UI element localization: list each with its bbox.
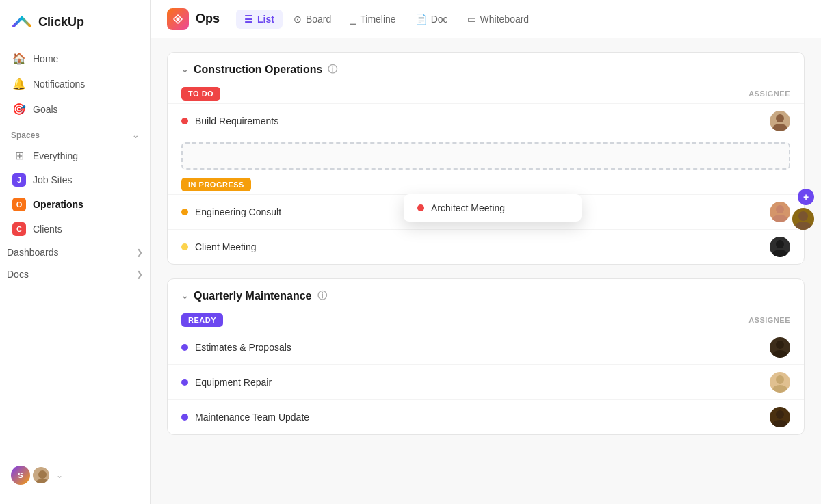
svg-point-12	[772, 385, 787, 393]
status-badge-in-progress: IN PROGRESS	[181, 178, 251, 191]
task-left-engineering-consult: Engineering Consult	[181, 207, 281, 217]
assignee-col-client-meeting	[770, 237, 790, 257]
task-name-client-meeting: Client Meeting	[195, 241, 257, 252]
task-left-build-requirements: Build Requirements	[181, 116, 278, 127]
sidebar-item-clients-label: Clients	[33, 224, 62, 235]
sidebar-item-goals[interactable]: 🎯 Goals	[5, 97, 144, 121]
spaces-chevron-icon[interactable]: ⌄	[132, 131, 139, 140]
topbar: Ops ☰ List ⊙ Board ⎯ Timeline 📄 Doc ▭ Wh…	[151, 0, 821, 38]
floating-avatar	[792, 208, 814, 230]
sidebar-item-notifications-label: Notifications	[33, 79, 85, 90]
task-left-client-meeting: Client Meeting	[181, 241, 257, 252]
svg-point-14	[772, 420, 787, 427]
task-name-equipment-repair: Equipment Repair	[195, 377, 272, 388]
drag-placeholder	[181, 142, 790, 170]
task-row-estimates-proposals[interactable]: Estimates & Proposals	[168, 330, 804, 364]
tab-whiteboard-label: Whiteboard	[480, 14, 530, 25]
task-left-estimates-proposals: Estimates & Proposals	[181, 342, 291, 353]
timeline-tab-icon: ⎯	[350, 14, 356, 25]
assignee-col-equipment-repair	[770, 372, 790, 393]
dashboards-label: Dashboards	[7, 247, 59, 258]
tab-timeline-label: Timeline	[360, 14, 395, 25]
group-header-quarterly-maintenance: ⌄ Quarterly Maintenance ⓘ	[168, 279, 804, 309]
content-area: ⌄ Construction Operations ⓘ TO DO ASSIGN…	[151, 38, 821, 504]
group-info-icon: ⓘ	[328, 64, 337, 76]
goals-icon: 🎯	[12, 103, 26, 116]
operations-badge: O	[12, 198, 26, 211]
board-tab-icon: ⊙	[294, 14, 302, 25]
svg-point-5	[776, 205, 784, 213]
sidebar-item-goals-label: Goals	[33, 104, 58, 115]
home-icon: 🏠	[12, 52, 26, 65]
status-badge-todo: TO DO	[181, 87, 220, 101]
task-dot-build-requirements	[181, 118, 188, 124]
svg-point-15	[798, 211, 808, 221]
assignee-col-header-ready: ASSIGNEE	[748, 316, 790, 324]
assignee-avatar-equipment-repair	[770, 372, 790, 393]
user-avatar-s: S	[11, 466, 30, 485]
floating-task-name: Architect Meeting	[431, 202, 505, 213]
floating-drag-item: Architect Meeting	[404, 194, 582, 222]
tab-doc-label: Doc	[431, 14, 448, 25]
sidebar-footer: S ⌄	[0, 457, 150, 493]
group-chevron-icon[interactable]: ⌄	[181, 65, 188, 75]
assignee-avatar-engineering-consult	[770, 202, 790, 222]
app-name: ClickUp	[38, 15, 84, 29]
tab-list[interactable]: ☰ List	[236, 10, 283, 29]
spaces-nav: ⊞ Everything J Job Sites O Operations C …	[0, 144, 150, 242]
user-menu-chevron-icon[interactable]: ⌄	[56, 470, 63, 480]
task-dot-client-meeting	[181, 243, 188, 250]
tab-whiteboard[interactable]: ▭ Whiteboard	[459, 10, 538, 29]
svg-point-11	[776, 375, 784, 384]
tab-board[interactable]: ⊙ Board	[285, 10, 339, 29]
tab-timeline[interactable]: ⎯ Timeline	[342, 10, 404, 29]
tab-board-label: Board	[306, 14, 331, 25]
sidebar-item-notifications[interactable]: 🔔 Notifications	[5, 72, 144, 96]
sidebar-item-job-sites[interactable]: J Job Sites	[5, 168, 144, 191]
svg-point-7	[776, 240, 784, 248]
group-title-quarterly-maintenance: Quarterly Maintenance	[194, 290, 312, 302]
assignee-avatar-client-meeting	[770, 237, 790, 257]
task-row-client-meeting[interactable]: Client Meeting	[168, 229, 804, 264]
svg-point-6	[772, 215, 787, 222]
group-chevron-icon-2[interactable]: ⌄	[181, 291, 188, 301]
sidebar-item-operations[interactable]: O Operations	[5, 193, 144, 216]
sidebar-item-docs[interactable]: Docs ❯	[0, 264, 150, 284]
assignee-col-estimates-proposals	[770, 337, 790, 358]
list-tab-icon: ☰	[244, 14, 253, 25]
task-row-build-requirements[interactable]: Build Requirements	[168, 103, 804, 138]
sidebar-item-home[interactable]: 🏠 Home	[5, 47, 144, 70]
doc-tab-icon: 📄	[415, 14, 427, 25]
dashboards-chevron-icon: ❯	[136, 248, 143, 257]
task-dot-equipment-repair	[181, 379, 188, 386]
task-row-maintenance-team-update[interactable]: Maintenance Team Update	[168, 399, 804, 434]
svg-point-0	[38, 470, 47, 479]
docs-chevron-icon: ❯	[136, 269, 143, 279]
tabs-nav: ☰ List ⊙ Board ⎯ Timeline 📄 Doc ▭ Whiteb…	[236, 10, 537, 29]
sidebar-item-dashboards[interactable]: Dashboards ❯	[0, 242, 150, 263]
floating-task-dot	[417, 204, 424, 211]
svg-point-4	[772, 124, 787, 131]
whiteboard-tab-icon: ▭	[467, 14, 476, 25]
topbar-title-group: Ops	[167, 8, 220, 30]
svg-point-8	[772, 250, 787, 257]
user-avatar-photo	[31, 466, 51, 485]
task-row-equipment-repair[interactable]: Equipment Repair	[168, 364, 804, 399]
task-name-estimates-proposals: Estimates & Proposals	[195, 342, 291, 353]
status-badge-ready: READY	[181, 313, 223, 327]
sidebar-item-everything-label: Everything	[33, 150, 78, 161]
group-construction-ops: ⌄ Construction Operations ⓘ TO DO ASSIGN…	[167, 52, 805, 265]
add-task-icon[interactable]: +	[798, 189, 814, 205]
job-sites-badge: J	[12, 173, 26, 187]
group-title-construction-ops: Construction Operations	[194, 64, 322, 76]
sidebar-item-home-label: Home	[33, 53, 58, 64]
svg-point-3	[776, 114, 784, 122]
assignee-avatar-estimates-proposals	[770, 337, 790, 358]
sidebar-item-clients[interactable]: C Clients	[5, 217, 144, 241]
assignee-col-engineering-consult	[770, 202, 790, 222]
sidebar-item-everything[interactable]: ⊞ Everything	[5, 144, 144, 167]
assignee-col-maintenance-team-update	[770, 407, 790, 427]
tab-doc[interactable]: 📄 Doc	[407, 10, 456, 29]
everything-icon: ⊞	[12, 149, 26, 162]
svg-point-2	[177, 17, 180, 21]
